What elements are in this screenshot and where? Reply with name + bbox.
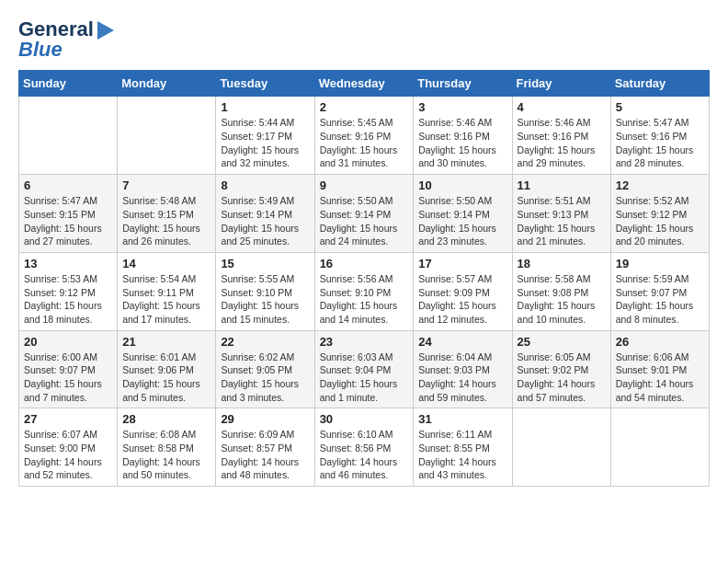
day-info: Sunrise: 5:47 AM Sunset: 9:16 PM Dayligh… (616, 116, 704, 170)
calendar-cell (118, 97, 216, 175)
weekday-header-friday: Friday (512, 71, 610, 97)
day-number: 4 (518, 100, 606, 114)
day-number: 11 (518, 178, 606, 192)
calendar-cell: 30Sunrise: 6:10 AM Sunset: 8:56 PM Dayli… (314, 408, 414, 487)
day-number: 22 (221, 335, 309, 349)
day-number: 10 (418, 178, 506, 192)
day-info: Sunrise: 5:49 AM Sunset: 9:14 PM Dayligh… (221, 194, 309, 248)
day-number: 29 (221, 412, 309, 426)
day-number: 5 (616, 100, 704, 114)
day-number: 7 (122, 178, 210, 192)
day-info: Sunrise: 5:48 AM Sunset: 9:15 PM Dayligh… (122, 194, 210, 248)
day-info: Sunrise: 5:47 AM Sunset: 9:15 PM Dayligh… (24, 194, 112, 248)
day-number: 3 (418, 100, 506, 114)
calendar-cell: 2Sunrise: 5:45 AM Sunset: 9:16 PM Daylig… (314, 97, 414, 175)
calendar-cell: 31Sunrise: 6:11 AM Sunset: 8:55 PM Dayli… (414, 408, 512, 487)
calendar-cell: 10Sunrise: 5:50 AM Sunset: 9:14 PM Dayli… (414, 175, 512, 253)
day-info: Sunrise: 5:45 AM Sunset: 9:16 PM Dayligh… (320, 116, 409, 170)
calendar-cell (512, 408, 610, 487)
calendar-week-1: 1Sunrise: 5:44 AM Sunset: 9:17 PM Daylig… (19, 97, 710, 175)
day-info: Sunrise: 6:09 AM Sunset: 8:57 PM Dayligh… (221, 428, 309, 482)
calendar-cell: 13Sunrise: 5:53 AM Sunset: 9:12 PM Dayli… (19, 252, 118, 330)
calendar-cell: 23Sunrise: 6:03 AM Sunset: 9:04 PM Dayli… (314, 330, 414, 408)
day-info: Sunrise: 5:46 AM Sunset: 9:16 PM Dayligh… (518, 116, 606, 170)
calendar-cell: 26Sunrise: 6:06 AM Sunset: 9:01 PM Dayli… (610, 330, 709, 408)
day-info: Sunrise: 5:51 AM Sunset: 9:13 PM Dayligh… (518, 194, 606, 248)
day-info: Sunrise: 6:08 AM Sunset: 8:58 PM Dayligh… (122, 428, 210, 482)
logo-blue-text: Blue (18, 39, 63, 61)
day-number: 12 (616, 178, 704, 192)
calendar-cell: 5Sunrise: 5:47 AM Sunset: 9:16 PM Daylig… (610, 97, 709, 175)
day-number: 14 (122, 257, 210, 270)
day-info: Sunrise: 5:46 AM Sunset: 9:16 PM Dayligh… (418, 116, 506, 170)
day-number: 28 (122, 412, 210, 426)
day-info: Sunrise: 6:02 AM Sunset: 9:05 PM Dayligh… (221, 350, 309, 405)
calendar-cell: 20Sunrise: 6:00 AM Sunset: 9:07 PM Dayli… (19, 330, 118, 408)
day-number: 20 (24, 335, 112, 349)
calendar-week-3: 13Sunrise: 5:53 AM Sunset: 9:12 PM Dayli… (19, 252, 710, 330)
weekday-header-sunday: Sunday (19, 71, 118, 97)
calendar-cell: 17Sunrise: 5:57 AM Sunset: 9:09 PM Dayli… (414, 252, 512, 330)
day-info: Sunrise: 6:05 AM Sunset: 9:02 PM Dayligh… (518, 350, 606, 405)
day-number: 31 (418, 412, 506, 426)
day-number: 18 (518, 257, 606, 270)
day-number: 17 (418, 257, 506, 270)
day-number: 30 (320, 412, 409, 426)
day-number: 23 (320, 335, 409, 349)
day-number: 6 (24, 178, 112, 192)
page-header: General Blue (18, 18, 710, 61)
calendar-cell: 28Sunrise: 6:08 AM Sunset: 8:58 PM Dayli… (118, 408, 216, 487)
logo: General Blue (18, 18, 114, 61)
calendar-week-4: 20Sunrise: 6:00 AM Sunset: 9:07 PM Dayli… (19, 330, 710, 408)
calendar-cell: 19Sunrise: 5:59 AM Sunset: 9:07 PM Dayli… (610, 252, 709, 330)
calendar-cell: 3Sunrise: 5:46 AM Sunset: 9:16 PM Daylig… (414, 97, 512, 175)
calendar-week-5: 27Sunrise: 6:07 AM Sunset: 9:00 PM Dayli… (19, 408, 710, 487)
calendar-cell: 14Sunrise: 5:54 AM Sunset: 9:11 PM Dayli… (118, 252, 216, 330)
calendar-cell: 27Sunrise: 6:07 AM Sunset: 9:00 PM Dayli… (19, 408, 118, 487)
day-info: Sunrise: 6:11 AM Sunset: 8:55 PM Dayligh… (418, 428, 506, 482)
day-number: 26 (616, 335, 704, 349)
calendar-cell: 9Sunrise: 5:50 AM Sunset: 9:14 PM Daylig… (314, 175, 414, 253)
day-info: Sunrise: 5:54 AM Sunset: 9:11 PM Dayligh… (122, 272, 210, 327)
day-info: Sunrise: 6:03 AM Sunset: 9:04 PM Dayligh… (320, 350, 409, 405)
day-info: Sunrise: 5:58 AM Sunset: 9:08 PM Dayligh… (518, 272, 606, 327)
day-info: Sunrise: 6:06 AM Sunset: 9:01 PM Dayligh… (616, 350, 704, 405)
day-number: 16 (320, 257, 409, 270)
day-number: 24 (418, 335, 506, 349)
logo-arrow-icon (97, 21, 114, 40)
day-info: Sunrise: 6:01 AM Sunset: 9:06 PM Dayligh… (122, 350, 210, 405)
weekday-header-monday: Monday (118, 71, 216, 97)
calendar-cell: 7Sunrise: 5:48 AM Sunset: 9:15 PM Daylig… (118, 175, 216, 253)
calendar-cell: 6Sunrise: 5:47 AM Sunset: 9:15 PM Daylig… (19, 175, 118, 253)
calendar-cell: 8Sunrise: 5:49 AM Sunset: 9:14 PM Daylig… (216, 175, 314, 253)
day-number: 25 (518, 335, 606, 349)
day-number: 21 (122, 335, 210, 349)
day-number: 27 (24, 412, 112, 426)
day-info: Sunrise: 6:07 AM Sunset: 9:00 PM Dayligh… (24, 428, 112, 482)
calendar-cell: 29Sunrise: 6:09 AM Sunset: 8:57 PM Dayli… (216, 408, 314, 487)
calendar-cell: 1Sunrise: 5:44 AM Sunset: 9:17 PM Daylig… (216, 97, 314, 175)
day-info: Sunrise: 5:52 AM Sunset: 9:12 PM Dayligh… (616, 194, 704, 248)
day-number: 19 (616, 257, 704, 270)
day-info: Sunrise: 5:59 AM Sunset: 9:07 PM Dayligh… (616, 272, 704, 327)
weekday-header-row: SundayMondayTuesdayWednesdayThursdayFrid… (19, 71, 710, 97)
weekday-header-tuesday: Tuesday (216, 71, 314, 97)
weekday-header-wednesday: Wednesday (314, 71, 414, 97)
calendar-cell (19, 97, 118, 175)
weekday-header-thursday: Thursday (414, 71, 512, 97)
calendar-cell: 18Sunrise: 5:58 AM Sunset: 9:08 PM Dayli… (512, 252, 610, 330)
day-info: Sunrise: 6:04 AM Sunset: 9:03 PM Dayligh… (418, 350, 506, 405)
day-number: 8 (221, 178, 309, 192)
day-info: Sunrise: 5:56 AM Sunset: 9:10 PM Dayligh… (320, 272, 409, 327)
day-info: Sunrise: 5:50 AM Sunset: 9:14 PM Dayligh… (320, 194, 409, 248)
calendar-cell: 25Sunrise: 6:05 AM Sunset: 9:02 PM Dayli… (512, 330, 610, 408)
day-info: Sunrise: 6:10 AM Sunset: 8:56 PM Dayligh… (320, 428, 409, 482)
calendar-cell: 22Sunrise: 6:02 AM Sunset: 9:05 PM Dayli… (216, 330, 314, 408)
day-number: 9 (320, 178, 409, 192)
day-info: Sunrise: 6:00 AM Sunset: 9:07 PM Dayligh… (24, 350, 112, 405)
day-info: Sunrise: 5:50 AM Sunset: 9:14 PM Dayligh… (418, 194, 506, 248)
day-info: Sunrise: 5:53 AM Sunset: 9:12 PM Dayligh… (24, 272, 112, 327)
day-number: 13 (24, 257, 112, 270)
calendar-cell: 21Sunrise: 6:01 AM Sunset: 9:06 PM Dayli… (118, 330, 216, 408)
calendar-cell: 15Sunrise: 5:55 AM Sunset: 9:10 PM Dayli… (216, 252, 314, 330)
